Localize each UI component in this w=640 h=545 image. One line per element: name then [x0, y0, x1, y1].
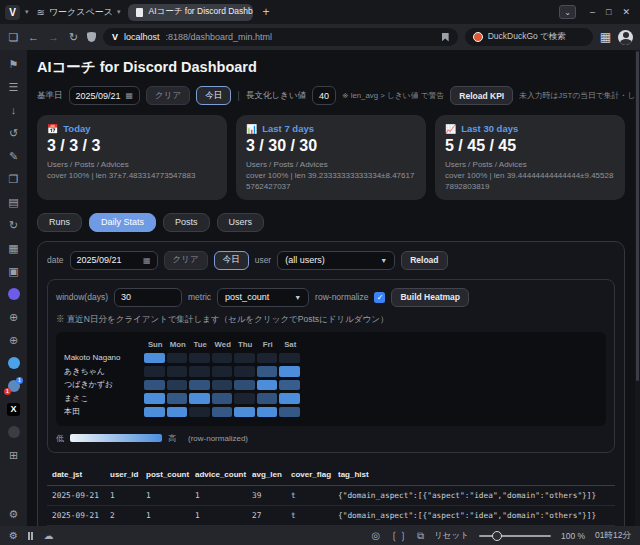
- user-select[interactable]: (all users) ▼: [277, 251, 395, 270]
- build-heatmap-button[interactable]: Build Heatmap: [391, 288, 469, 307]
- heatmap-cell[interactable]: [189, 353, 210, 364]
- heatmap-cell[interactable]: [167, 353, 188, 364]
- today-button[interactable]: 今日: [196, 86, 231, 105]
- heatmap-cell[interactable]: [144, 366, 165, 377]
- panel-settings-icon[interactable]: ⚙: [6, 507, 21, 521]
- images-toggle-icon[interactable]: ◎: [372, 530, 381, 541]
- threshold-input[interactable]: 40: [312, 86, 336, 105]
- metric-select[interactable]: post_count ▼: [217, 288, 309, 307]
- downloads-icon[interactable]: ↓: [6, 103, 21, 117]
- tab-dropdown-button[interactable]: ⌄: [559, 5, 576, 19]
- heatmap-cell[interactable]: [212, 353, 233, 364]
- search-field[interactable]: DuckDuckGo で検索: [465, 28, 593, 46]
- heatmap-cell[interactable]: [144, 353, 165, 364]
- heatmap-cell[interactable]: [279, 407, 300, 418]
- reading-list-icon[interactable]: ☰: [6, 80, 21, 94]
- tasks-icon[interactable]: ▣: [6, 264, 21, 278]
- heatmap-cell[interactable]: [144, 380, 165, 391]
- filter-today-button[interactable]: 今日: [214, 251, 249, 270]
- web-panel-globe2-icon[interactable]: ⊕: [6, 333, 21, 347]
- heatmap-cell[interactable]: [279, 380, 300, 391]
- heatmap-cell[interactable]: [234, 407, 255, 418]
- heatmap-cell[interactable]: [167, 393, 188, 404]
- heatmap-cell[interactable]: [189, 393, 210, 404]
- x-panel-icon[interactable]: X: [6, 402, 21, 416]
- extensions-grid-icon[interactable]: ▦: [600, 30, 611, 44]
- heatmap-cell[interactable]: [279, 353, 300, 364]
- heatmap-cell[interactable]: [234, 393, 255, 404]
- maximize-button[interactable]: □: [606, 7, 611, 17]
- zoom-slider[interactable]: [479, 531, 551, 541]
- clear-button[interactable]: クリア: [146, 86, 190, 105]
- minimize-button[interactable]: –: [590, 7, 595, 17]
- history-icon[interactable]: ↺: [6, 126, 21, 140]
- forward-button[interactable]: →: [47, 31, 60, 43]
- heatmap-cell[interactable]: [189, 380, 210, 391]
- url-field[interactable]: V localhost :8188/dashboard_min.html: [103, 28, 458, 46]
- date-input[interactable]: 2025/09/21 ▦: [70, 251, 158, 270]
- heatmap-cell[interactable]: [257, 407, 278, 418]
- sync-cloud-icon[interactable]: ☁: [43, 530, 53, 541]
- tab-posts[interactable]: Posts: [163, 213, 210, 232]
- close-button[interactable]: ✕: [622, 7, 630, 17]
- calendar-picker-icon[interactable]: ▦: [143, 256, 151, 265]
- web-panel-globe-icon[interactable]: ⊕: [6, 310, 21, 324]
- capture-selection-icon[interactable]: ❲❳: [390, 530, 407, 541]
- bookmark-flag-icon[interactable]: [442, 33, 449, 42]
- tracker-shield-icon[interactable]: [87, 32, 96, 42]
- panel-circle-icon[interactable]: [6, 425, 21, 439]
- calendar-picker-icon[interactable]: ▦: [126, 91, 134, 100]
- heatmap-cell[interactable]: [257, 366, 278, 377]
- heatmap-cell[interactable]: [144, 407, 165, 418]
- heatmap-cell[interactable]: [167, 366, 188, 377]
- heatmap-cell[interactable]: [212, 366, 233, 377]
- tiling-icon[interactable]: [28, 532, 34, 540]
- page-scrollbar[interactable]: [635, 50, 640, 526]
- heatmap-cell[interactable]: [167, 407, 188, 418]
- back-button[interactable]: ←: [27, 31, 40, 43]
- web-panel-badged-icon[interactable]: 11: [6, 379, 21, 393]
- panel-add-icon[interactable]: ⊞: [6, 448, 21, 462]
- heatmap-cell[interactable]: [234, 353, 255, 364]
- reload-kpi-button[interactable]: Reload KPI: [450, 86, 513, 105]
- reload-button[interactable]: ↻: [67, 31, 80, 44]
- web-panel-blue-icon[interactable]: [6, 356, 21, 370]
- heatmap-cell[interactable]: [189, 407, 210, 418]
- base-date-input[interactable]: 2025/09/21 ▦: [69, 86, 141, 105]
- heatmap-cell[interactable]: [257, 380, 278, 391]
- reload-button[interactable]: Reload: [401, 251, 447, 270]
- web-panel-purple-icon[interactable]: [6, 287, 21, 301]
- heatmap-cell[interactable]: [212, 393, 233, 404]
- calendar-icon[interactable]: ▦: [6, 241, 21, 255]
- heatmap-cell[interactable]: [167, 380, 188, 391]
- workspace-switcher[interactable]: ≋ ワークスペース ▾: [34, 6, 124, 19]
- panel-toggle-icon[interactable]: ❏: [7, 31, 20, 44]
- heatmap-cell[interactable]: [234, 366, 255, 377]
- zoom-reset-label[interactable]: リセット: [434, 530, 469, 542]
- profile-avatar[interactable]: [618, 30, 633, 45]
- tab-daily-stats[interactable]: Daily Stats: [89, 213, 156, 232]
- heatmap-cell[interactable]: [212, 407, 233, 418]
- new-tab-button[interactable]: +: [258, 5, 273, 19]
- tab-runs[interactable]: Runs: [37, 213, 82, 232]
- row-normalize-checkbox[interactable]: ✓: [374, 292, 385, 303]
- heatmap-cell[interactable]: [144, 393, 165, 404]
- heatmap-cell[interactable]: [234, 380, 255, 391]
- settings-gear-icon[interactable]: ⚙: [9, 530, 18, 541]
- heatmap-cell[interactable]: [257, 393, 278, 404]
- print-icon[interactable]: ▤: [6, 195, 21, 209]
- heatmap-cell[interactable]: [279, 366, 300, 377]
- window-days-input[interactable]: 30: [114, 288, 182, 307]
- windows-icon[interactable]: ❐: [6, 172, 21, 186]
- tab-users[interactable]: Users: [217, 213, 265, 232]
- heatmap-cell[interactable]: [257, 353, 278, 364]
- filter-clear-button[interactable]: クリア: [164, 251, 208, 270]
- sync-icon[interactable]: ↻: [6, 218, 21, 232]
- heatmap-cell[interactable]: [279, 393, 300, 404]
- capture-page-icon[interactable]: ⧉: [417, 530, 424, 542]
- heatmap-cell[interactable]: [212, 380, 233, 391]
- vivaldi-menu-button[interactable]: V: [5, 5, 20, 20]
- notes-icon[interactable]: ✎: [6, 149, 21, 163]
- bookmarks-icon[interactable]: ⚑: [6, 57, 21, 71]
- heatmap-cell[interactable]: [189, 366, 210, 377]
